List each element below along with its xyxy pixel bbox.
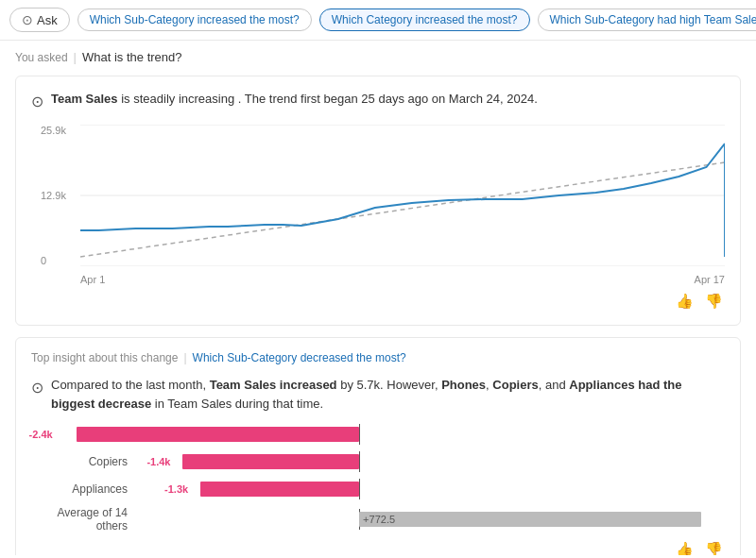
top-nav: ⊙ Ask Which Sub-Category increased the m… [0, 0, 756, 41]
bar-label-copiers: Copiers [41, 455, 135, 468]
bar-copiers-negative [182, 454, 359, 469]
bar-phones-negative [77, 427, 360, 442]
you-asked-divider: | [74, 50, 77, 64]
svg-line-3 [80, 162, 725, 257]
insight-card: Top insight about this change | Which Su… [15, 337, 741, 555]
insight-phones: Phones [441, 378, 486, 392]
nav-pill-1-label: Which Category increased the most? [332, 13, 518, 26]
insight-text: Compared to the last month, Team Sales i… [51, 376, 725, 413]
bar-phones-value: -2.4k [29, 429, 53, 440]
trend-insight-text: Team Sales is steadily increasing . The … [51, 90, 538, 109]
trend-insight-line: ⊙ Team Sales is steadily increasing . Th… [31, 90, 725, 113]
you-asked-question: What is the trend? [82, 50, 182, 64]
trend-chart: 25.9k 12.9k 0 Apr 1 [41, 125, 725, 285]
insight-thumbs-down-button[interactable]: 👎 [703, 539, 725, 555]
bar-container-phones: -2.4k [135, 424, 725, 445]
trend-verb: is steadily increasing [121, 92, 234, 106]
bar-label-appliances: Appliances [41, 482, 135, 496]
x-label-right: Apr 17 [695, 274, 725, 285]
x-label-left: Apr 1 [80, 274, 105, 285]
insight-thumbs-up-button[interactable]: 👍 [674, 539, 696, 555]
bar-label-average: Average of 14 others [41, 506, 135, 533]
bar-center-line-phones [359, 424, 360, 445]
trend-thumbs-up-button[interactable]: 👍 [674, 291, 696, 312]
trend-thumb-row: 👍 👎 [31, 291, 725, 312]
bar-copiers-value: -1.4k [146, 456, 170, 467]
top-insight-divider: | [183, 351, 186, 364]
trend-card: ⊙ Team Sales is steadily increasing . Th… [15, 76, 741, 326]
bar-appliances-negative [200, 482, 359, 497]
insight-metric: Team Sales increased [210, 378, 337, 392]
nav-pill-0-label: Which Sub-Category increased the most? [90, 13, 300, 26]
insight-appliances: Appliances [569, 378, 634, 392]
trend-thumbs-down-button[interactable]: 👎 [703, 291, 725, 312]
top-insight-header: Top insight about this change | Which Su… [31, 351, 725, 364]
insight-copiers: Copiers [492, 378, 538, 392]
bar-container-appliances: -1.3k [135, 479, 725, 499]
nav-pill-0[interactable]: Which Sub-Category increased the most? [77, 8, 312, 31]
top-insight-question: Which Sub-Category decreased the most? [193, 351, 406, 364]
you-asked-row: You asked | What is the trend? [15, 50, 741, 64]
trend-metric: Team Sales [51, 92, 118, 106]
chart-svg-wrap [80, 125, 725, 266]
chart-x-labels: Apr 1 Apr 17 [80, 274, 725, 285]
bar-container-copiers: -1.4k [135, 451, 725, 472]
y-label-top: 25.9k [41, 125, 77, 136]
bar-row-copiers: Copiers -1.4k [41, 451, 725, 472]
nav-pill-2-label: Which Sub-Category had high Team Sales? [550, 13, 756, 26]
nav-pill-2[interactable]: Which Sub-Category had high Team Sales? [538, 8, 756, 31]
bar-row-phones: Phones -2.4k [41, 424, 725, 445]
trend-svg [80, 125, 725, 266]
you-asked-label: You asked [15, 51, 68, 64]
bar-row-appliances: Appliances -1.3k [41, 479, 725, 499]
main-content: You asked | What is the trend? ⊙ Team Sa… [0, 41, 756, 555]
bar-appliances-value: -1.3k [164, 483, 188, 495]
trend-suffix: . The trend first began 25 days ago on M… [238, 92, 538, 106]
ask-label: Ask [37, 13, 58, 27]
insight-text-line: ⊙ Compared to the last month, Team Sales… [31, 376, 725, 413]
target-icon: ⊙ [31, 91, 43, 113]
bar-average-positive: +772.5 [359, 512, 701, 527]
bar-center-line-appliances [359, 479, 360, 499]
chart-y-labels: 25.9k 12.9k 0 [41, 125, 77, 266]
insight-target-icon: ⊙ [31, 377, 43, 399]
ask-icon: ⊙ [22, 12, 33, 27]
insight-thumb-row: 👍 👎 [31, 539, 725, 555]
ask-button[interactable]: ⊙ Ask [9, 8, 70, 32]
bar-average-value: +772.5 [359, 514, 395, 525]
y-label-mid: 12.9k [41, 190, 77, 201]
nav-pill-1[interactable]: Which Category increased the most? [319, 8, 530, 31]
y-label-bottom: 0 [41, 255, 77, 266]
top-insight-label: Top insight about this change [31, 351, 178, 364]
bar-center-line-copiers [359, 451, 360, 472]
bar-container-average: +772.5 [135, 509, 725, 530]
bar-chart: Phones -2.4k Copiers -1.4k Appliances [41, 424, 725, 533]
bar-row-average: Average of 14 others +772.5 [41, 506, 725, 533]
